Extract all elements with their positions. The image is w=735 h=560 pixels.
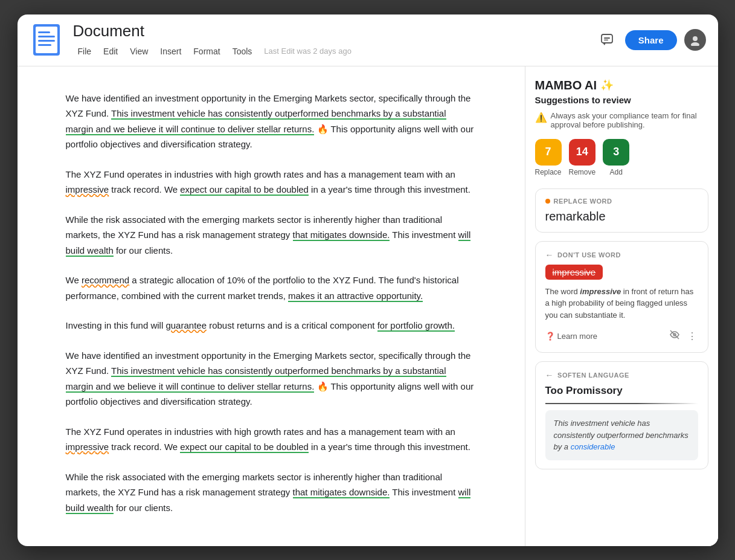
word-impressive-2: impressive — [66, 442, 109, 452]
svg-point-10 — [691, 42, 699, 46]
highlighted-text-8: expect our capital to be doubled — [180, 442, 309, 453]
editor-para-4: We recommend a strategic allocation of 1… — [66, 272, 477, 303]
doc-title: Document — [73, 22, 586, 40]
sidebar-brand: MAMBO AI ✨ — [535, 79, 708, 92]
brand-name: MAMBO AI — [535, 79, 597, 92]
highlighted-text-6: for portfolio growth. — [377, 320, 455, 332]
highlighted-text-3: that mitigates downside. — [293, 230, 390, 241]
main-content: We have identified an investment opportu… — [18, 66, 718, 546]
highlighted-text-10: will build wealth — [66, 487, 471, 514]
share-button[interactable]: Share — [625, 30, 677, 50]
editor-para-8: While the risk associated with the emerg… — [66, 469, 477, 516]
last-edit: Last Edit was 2 days ago — [264, 47, 351, 56]
highlighted-text-1: This investment vehicle has consistently… — [66, 108, 446, 135]
titlebar: Document File Edit View Insert Format To… — [18, 14, 718, 66]
editor-para-1: We have identified an investment opportu… — [66, 91, 477, 152]
highlighted-text-4: will build wealth — [66, 230, 471, 257]
card1-word: remarkable — [545, 210, 698, 224]
more-options-button[interactable]: ⋮ — [686, 329, 698, 343]
add-label: Add — [610, 168, 623, 176]
app-window: Document File Edit View Insert Format To… — [18, 14, 718, 546]
card-replace-word: REPLACE WORD remarkable — [535, 188, 708, 233]
arrow-back-icon: ← — [545, 250, 554, 260]
word-guarantee: guarantee — [165, 320, 207, 330]
editor-para-3: While the risk associated with the emerg… — [66, 212, 477, 259]
menu-format[interactable]: Format — [188, 44, 225, 59]
word-recommend: recommend — [82, 275, 129, 285]
badge-row: 7 Replace 14 Remove 3 Add — [535, 139, 708, 176]
add-count: 3 — [603, 139, 629, 166]
card3-quote: This investment vehicle has consistently… — [545, 410, 698, 460]
sidebar: MAMBO AI ✨ Suggestions to review ⚠️ Alwa… — [525, 66, 718, 546]
comment-button[interactable] — [596, 29, 618, 51]
svg-rect-4 — [38, 40, 55, 42]
remove-label: Remove — [569, 168, 596, 176]
highlighted-text-9: that mitigates downside. — [293, 487, 390, 498]
compliance-text: Always ask your compliance team for fina… — [551, 111, 708, 129]
card2-desc: The word impressive in front of return h… — [545, 286, 698, 321]
compliance-note: ⚠️ Always ask your compliance team for f… — [535, 111, 708, 129]
learn-more-link[interactable]: ❓ Learn more — [545, 332, 597, 341]
title-area: Document File Edit View Insert Format To… — [73, 22, 586, 59]
word-impressive-1: impressive — [66, 184, 109, 195]
svg-point-9 — [693, 36, 698, 41]
badge-add[interactable]: 3 Add — [603, 139, 629, 176]
card3-type: ← SOFTEN LANGUAGE — [545, 370, 698, 380]
svg-rect-8 — [604, 40, 608, 41]
card-soften: ← SOFTEN LANGUAGE Too Promissory This in… — [535, 361, 708, 469]
dont-use-tag: impressive — [545, 265, 603, 280]
card-dont-use: ← DON'T USE WORD impressive The word imp… — [535, 241, 708, 353]
svg-rect-2 — [38, 31, 50, 33]
soften-divider — [545, 403, 698, 404]
badge-replace[interactable]: 7 Replace — [535, 139, 562, 176]
editor-para-7: The XYZ Fund operates in industries with… — [66, 424, 477, 455]
menu-bar: File Edit View Insert Format Tools Last … — [73, 44, 586, 59]
sparkle-icon: ✨ — [600, 79, 614, 92]
badge-remove[interactable]: 14 Remove — [569, 139, 596, 176]
highlighted-text-5: makes it an attractive opportunity. — [288, 291, 423, 302]
remove-count: 14 — [569, 139, 595, 166]
dot-icon — [545, 199, 550, 204]
menu-file[interactable]: File — [73, 44, 97, 59]
menu-tools[interactable]: Tools — [228, 44, 257, 59]
editor-para-5: Investing in this fund will guarantee ro… — [66, 318, 477, 333]
card2-footer: ❓ Learn more ⋮ — [545, 328, 698, 344]
highlighted-text-7: This investment vehicle has consistently… — [66, 365, 446, 393]
question-icon: ❓ — [545, 332, 555, 341]
warning-icon: ⚠️ — [535, 112, 547, 123]
card2-actions: ⋮ — [668, 328, 698, 344]
card2-type: ← DON'T USE WORD — [545, 250, 698, 260]
menu-insert[interactable]: Insert — [155, 44, 186, 59]
editor-area[interactable]: We have identified an investment opportu… — [18, 66, 525, 546]
header-actions: Share — [596, 29, 706, 51]
editor-para-2: The XYZ Fund operates in industries with… — [66, 167, 477, 198]
card2-bold: impressive — [580, 287, 621, 296]
section-title: Suggestions to review — [535, 95, 708, 105]
replace-count: 7 — [535, 139, 562, 166]
editor-para-6: We have identified an investment opportu… — [66, 348, 477, 410]
svg-rect-5 — [38, 44, 51, 46]
hide-button[interactable] — [668, 328, 681, 344]
svg-rect-7 — [604, 37, 610, 39]
card1-type: REPLACE WORD — [545, 198, 698, 205]
quote-text: This investment vehicle has consistently… — [554, 419, 688, 451]
menu-edit[interactable]: Edit — [98, 44, 123, 59]
arrow-back-icon2: ← — [545, 370, 554, 380]
svg-rect-3 — [38, 36, 55, 37]
card3-title: Too Promissory — [545, 385, 698, 397]
menu-view[interactable]: View — [125, 44, 153, 59]
doc-icon — [30, 23, 63, 57]
replace-label: Replace — [535, 168, 562, 176]
quote-link: considerable — [571, 442, 615, 451]
avatar — [684, 29, 706, 51]
highlighted-text-2: expect our capital to be doubled — [180, 184, 309, 196]
